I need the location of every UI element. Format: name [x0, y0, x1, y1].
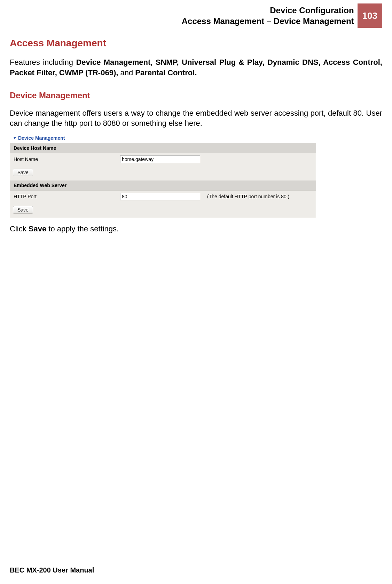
intro-paragraph: Features including Device Management, SN… [10, 57, 382, 78]
intro-bold-3: Parental Control. [135, 68, 197, 77]
header-line-2: Access Management – Device Management [182, 16, 354, 26]
http-port-row: HTTP Port (The default HTTP port number … [10, 191, 316, 202]
http-port-input[interactable] [120, 193, 200, 200]
save-button-host-name[interactable]: Save [13, 169, 33, 176]
page-number: 103 [362, 10, 377, 21]
panel-title-text: Device Management [18, 135, 65, 141]
intro-text-3: and [118, 68, 135, 77]
host-name-input[interactable] [120, 155, 200, 163]
closing-paragraph: Click Save to apply the settings. [10, 224, 382, 234]
intro-bold-1: Device Management [76, 58, 150, 67]
http-port-save-row: Save [10, 202, 316, 218]
device-management-panel: ▼ Device Management Device Host Name Hos… [10, 133, 316, 218]
host-name-label: Host Name [14, 156, 117, 162]
http-port-hint: (The default HTTP port number is 80.) [204, 194, 289, 199]
closing-text-2: to apply the settings. [46, 224, 119, 233]
device-host-name-block: Host Name Save [10, 153, 316, 180]
panel-title-bar[interactable]: ▼ Device Management [10, 133, 316, 143]
embedded-web-server-header: Embedded Web Server [10, 180, 316, 191]
page-header: Device Configuration Access Management –… [10, 3, 382, 28]
device-management-description: Device management offers users a way to … [10, 108, 382, 129]
collapse-triangle-icon: ▼ [13, 136, 17, 140]
host-name-row: Host Name [10, 153, 316, 165]
intro-text-1: Features including [10, 58, 76, 67]
http-port-label: HTTP Port [14, 194, 117, 199]
host-name-save-row: Save [10, 165, 316, 180]
section-heading-access-management: Access Management [10, 38, 382, 49]
closing-bold: Save [29, 224, 46, 233]
intro-text-2: , [150, 58, 156, 67]
closing-text-1: Click [10, 224, 29, 233]
footer-text: BEC MX-200 User Manual [10, 566, 94, 574]
device-host-name-header: Device Host Name [10, 143, 316, 153]
header-line-1: Device Configuration [182, 5, 354, 16]
embedded-web-server-block: HTTP Port (The default HTTP port number … [10, 191, 316, 218]
section-heading-device-management: Device Management [10, 91, 382, 100]
header-titles: Device Configuration Access Management –… [182, 3, 358, 28]
page-number-badge: 103 [358, 3, 382, 28]
save-button-http-port[interactable]: Save [13, 206, 33, 214]
